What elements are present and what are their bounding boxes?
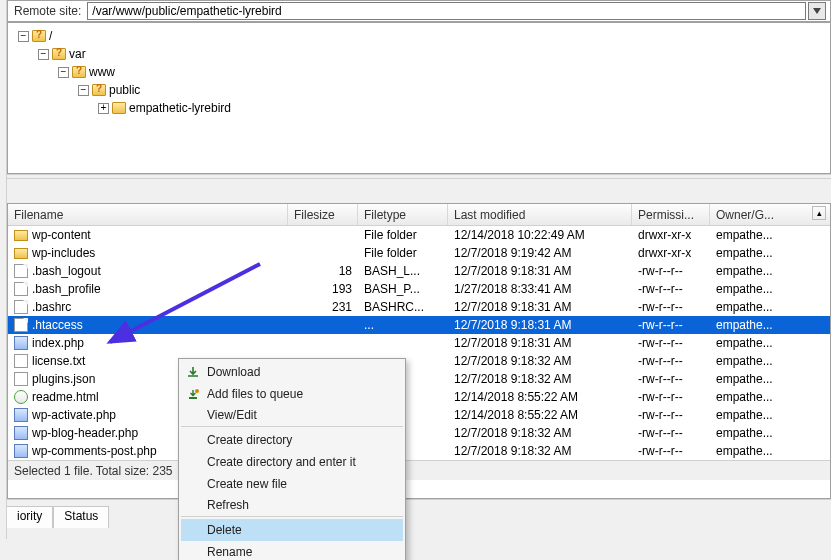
scroll-up-icon[interactable]: ▴ — [812, 206, 826, 220]
file-row[interactable]: .bashrc231BASHRC...12/7/2018 9:18:31 AM-… — [8, 298, 830, 316]
file-type: ... — [358, 318, 448, 332]
file-row[interactable]: plugins.json12/7/2018 9:18:32 AM-rw-r--r… — [8, 370, 830, 388]
file-row[interactable]: wp-includesFile folder12/7/2018 9:19:42 … — [8, 244, 830, 262]
file-name: wp-comments-post.php — [32, 444, 157, 458]
context-menu-item[interactable]: Refresh — [181, 495, 403, 517]
file-list-body[interactable]: wp-contentFile folder12/14/2018 10:22:49… — [8, 226, 830, 460]
file-list-panel: Filename Filesize Filetype Last modified… — [7, 203, 831, 499]
file-permissions: -rw-r--r-- — [632, 426, 710, 440]
file-modified: 12/7/2018 9:19:42 AM — [448, 246, 632, 260]
add-queue-icon: + — [185, 386, 201, 402]
tree-toggle-icon[interactable]: − — [18, 31, 29, 42]
file-name: .htaccess — [32, 318, 83, 332]
tree-node[interactable]: −www — [14, 63, 824, 81]
col-header-permissions[interactable]: Permissi... — [632, 204, 710, 225]
remote-site-row: Remote site: — [7, 0, 831, 22]
col-header-owner[interactable]: Owner/G... — [710, 204, 800, 225]
file-permissions: -rw-r--r-- — [632, 264, 710, 278]
chevron-down-icon — [813, 8, 821, 14]
tab-status[interactable]: Status — [53, 506, 109, 528]
file-type: BASHRC... — [358, 300, 448, 314]
context-menu-label: Refresh — [207, 498, 249, 512]
file-owner: empathe... — [710, 354, 800, 368]
file-type-icon — [14, 408, 28, 422]
col-header-modified[interactable]: Last modified — [448, 204, 632, 225]
context-menu-item[interactable]: Create directory — [181, 429, 403, 451]
context-menu-label: Create new file — [207, 477, 287, 491]
file-type-icon — [14, 354, 28, 368]
file-row[interactable]: .htaccess...12/7/2018 9:18:31 AM-rw-r--r… — [8, 316, 830, 334]
tree-node[interactable]: −/ — [14, 27, 824, 45]
file-owner: empathe... — [710, 426, 800, 440]
context-menu-label: Rename — [207, 545, 252, 559]
file-row[interactable]: .bash_profile193BASH_P...1/27/2018 8:33:… — [8, 280, 830, 298]
file-type-icon — [14, 248, 28, 259]
col-header-filetype[interactable]: Filetype — [358, 204, 448, 225]
bottom-tabs: iority Status — [7, 499, 831, 539]
file-type-icon — [14, 390, 28, 404]
file-row[interactable]: wp-activate.php12/14/2018 8:55:22 AM-rw-… — [8, 406, 830, 424]
tree-toggle-icon[interactable]: − — [78, 85, 89, 96]
file-owner: empathe... — [710, 228, 800, 242]
tree-toggle-icon[interactable]: − — [58, 67, 69, 78]
file-modified: 12/7/2018 9:18:31 AM — [448, 264, 632, 278]
file-type-icon — [14, 318, 28, 332]
remote-path-input[interactable] — [87, 2, 806, 20]
file-permissions: -rw-r--r-- — [632, 390, 710, 404]
file-type-icon — [14, 336, 28, 350]
file-name: readme.html — [32, 390, 99, 404]
file-modified: 12/14/2018 8:55:22 AM — [448, 390, 632, 404]
context-menu-item[interactable]: View/Edit — [181, 405, 403, 427]
tree-node[interactable]: +empathetic-lyrebird — [14, 99, 824, 117]
file-type: BASH_L... — [358, 264, 448, 278]
tree-node[interactable]: −public — [14, 81, 824, 99]
file-owner: empathe... — [710, 246, 800, 260]
col-header-filename[interactable]: Filename — [8, 204, 288, 225]
context-menu-item[interactable]: +Add files to queue — [181, 383, 403, 405]
remote-tree-panel[interactable]: −/−var−www−public+empathetic-lyrebird — [7, 22, 831, 174]
file-modified: 12/7/2018 9:18:31 AM — [448, 318, 632, 332]
file-name: wp-blog-header.php — [32, 426, 138, 440]
left-splitter[interactable] — [0, 0, 7, 539]
tree-toggle-icon[interactable]: − — [38, 49, 49, 60]
context-menu-item[interactable]: Rename — [181, 541, 403, 560]
remote-path-dropdown[interactable] — [808, 2, 826, 20]
file-name: license.txt — [32, 354, 85, 368]
file-row[interactable]: .bash_logout18BASH_L...12/7/2018 9:18:31… — [8, 262, 830, 280]
file-type-icon — [14, 426, 28, 440]
file-row[interactable]: wp-blog-header.php12/7/2018 9:18:32 AM-r… — [8, 424, 830, 442]
file-owner: empathe... — [710, 408, 800, 422]
file-row[interactable]: index.php12/7/2018 9:18:31 AM-rw-r--r--e… — [8, 334, 830, 352]
file-modified: 12/14/2018 10:22:49 AM — [448, 228, 632, 242]
file-owner: empathe... — [710, 390, 800, 404]
context-menu-item[interactable]: Create directory and enter it — [181, 451, 403, 473]
svg-text:+: + — [196, 388, 199, 396]
context-menu-item[interactable]: Delete — [181, 519, 403, 541]
file-row[interactable]: wp-comments-post.php12/7/2018 9:18:32 AM… — [8, 442, 830, 460]
file-size: 193 — [288, 282, 358, 296]
folder-icon — [52, 48, 66, 60]
tree-node[interactable]: −var — [14, 45, 824, 63]
context-menu-label: Delete — [207, 523, 242, 537]
file-modified: 12/7/2018 9:18:32 AM — [448, 444, 632, 458]
context-menu-label: View/Edit — [207, 408, 257, 422]
file-name: index.php — [32, 336, 84, 350]
file-modified: 12/7/2018 9:18:31 AM — [448, 300, 632, 314]
file-type-icon — [14, 300, 28, 314]
col-header-filesize[interactable]: Filesize — [288, 204, 358, 225]
tree-toggle-icon[interactable]: + — [98, 103, 109, 114]
context-menu-label: Create directory and enter it — [207, 455, 356, 469]
tab-priority[interactable]: iority — [7, 506, 53, 528]
file-owner: empathe... — [710, 264, 800, 278]
context-menu-item[interactable]: Download — [181, 361, 403, 383]
tree-label: / — [49, 29, 52, 43]
context-menu[interactable]: Download+Add files to queueView/EditCrea… — [178, 358, 406, 560]
file-type-icon — [14, 372, 28, 386]
file-row[interactable]: license.txt12/7/2018 9:18:32 AM-rw-r--r-… — [8, 352, 830, 370]
file-row[interactable]: wp-contentFile folder12/14/2018 10:22:49… — [8, 226, 830, 244]
context-menu-label: Add files to queue — [207, 387, 303, 401]
file-permissions: -rw-r--r-- — [632, 444, 710, 458]
context-menu-item[interactable]: Create new file — [181, 473, 403, 495]
file-owner: empathe... — [710, 372, 800, 386]
file-row[interactable]: readme.html12/14/2018 8:55:22 AM-rw-r--r… — [8, 388, 830, 406]
